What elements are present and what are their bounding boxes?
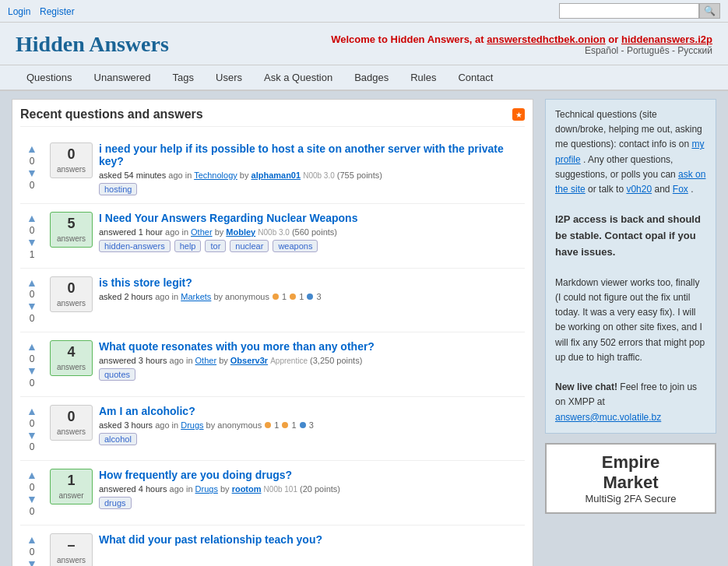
question-row: ▲ 0 ▼ 0 0 answers i need your help if it… <box>20 135 525 204</box>
vote-up[interactable]: ▲ <box>26 340 37 353</box>
vote-count: 0 <box>30 156 35 167</box>
author-link[interactable]: Observ3r <box>230 356 268 365</box>
question-title[interactable]: What did your past relationship teach yo… <box>99 533 525 546</box>
header: Hidden Answers Welcome to Hidden Answers… <box>0 23 728 65</box>
vote-down[interactable]: ▼ <box>26 300 37 313</box>
vote-down[interactable]: ▼ <box>26 557 37 566</box>
onion-link[interactable]: answerstedhctbek.onion <box>487 33 605 45</box>
sidebar: Technical questions (site down/broke, he… <box>545 99 716 566</box>
category-link[interactable]: Drugs <box>181 420 203 430</box>
author-link[interactable]: alphaman01 <box>251 171 301 180</box>
vote-up[interactable]: ▲ <box>26 276 37 290</box>
category-link[interactable]: Markets <box>181 292 211 301</box>
vote-col: ▲ 0 ▼ 1 <box>20 212 44 260</box>
answer-box: – answers <box>50 533 93 566</box>
question-meta: asked 2 hours ago in Markets by anonymou… <box>99 292 525 301</box>
nav-contact[interactable]: Contact <box>447 65 504 91</box>
vote-up[interactable]: ▲ <box>26 142 37 156</box>
question-title[interactable]: i need your help if its possible to host… <box>99 142 525 167</box>
tag[interactable]: drugs <box>99 497 132 509</box>
tag[interactable]: hosting <box>99 183 137 195</box>
answer-box: 5 answers <box>50 212 93 248</box>
nav-rules[interactable]: Rules <box>399 65 447 91</box>
question-row: ▲ 0 ▼ 0 1 answer How frequently are you … <box>20 461 525 526</box>
question-title[interactable]: What quote resonates with you more than … <box>99 340 525 353</box>
dot-indicator <box>300 422 306 428</box>
content-header: Recent questions and answers ★ <box>20 107 525 127</box>
i2p-link[interactable]: hiddenanswers.i2p <box>621 33 712 45</box>
question-title[interactable]: I Need Your Answers Regarding Nuclear We… <box>99 212 525 224</box>
tag[interactable]: quotes <box>99 368 135 381</box>
nav-badges[interactable]: Badges <box>343 65 399 91</box>
lang-portugues[interactable]: Português <box>627 45 670 56</box>
welcome-message: Welcome to Hidden Answers, at answersted… <box>331 33 712 45</box>
ad-title: EmpireMarket <box>554 452 707 493</box>
question-body: is this store legit? asked 2 hours ago i… <box>99 276 525 304</box>
question-title[interactable]: is this store legit? <box>99 276 525 289</box>
vote-count: 0 <box>30 482 35 493</box>
lang-russian[interactable]: Рycский <box>677 45 712 56</box>
search-button[interactable]: 🔍 <box>699 3 720 19</box>
vote-col: ▲ 0 ▼ 0 <box>20 142 44 191</box>
vote-down[interactable]: ▼ <box>26 167 37 180</box>
vote-count-down: 0 <box>30 378 35 388</box>
nav-users[interactable]: Users <box>205 65 253 91</box>
content: Recent questions and answers ★ ▲ 0 ▼ 0 0… <box>12 99 533 566</box>
category-link[interactable]: Drugs <box>195 484 218 494</box>
chat-email-link[interactable]: answers@muc.volatile.bz <box>555 412 661 423</box>
fox-link[interactable]: Fox <box>673 184 688 195</box>
vote-down[interactable]: ▼ <box>26 364 37 378</box>
author-link[interactable]: Mobley <box>226 227 255 237</box>
chat-notice: New live chat! Feel free to join us on X… <box>555 381 697 407</box>
markdown-notice: Markdown viewer works too, finally (I co… <box>555 277 705 363</box>
login-link[interactable]: Login <box>8 6 30 17</box>
site-title: Hidden Answers <box>16 32 169 57</box>
page-title: Recent questions and answers <box>20 107 203 121</box>
tag[interactable]: help <box>174 240 202 252</box>
lang-espanol[interactable]: Español <box>585 45 618 56</box>
vote-up[interactable]: ▲ <box>26 469 37 482</box>
tag[interactable]: hidden-answers <box>99 240 171 252</box>
dot-indicator <box>282 422 288 428</box>
category-link[interactable]: Other <box>195 356 217 365</box>
vote-count-down: 0 <box>30 313 35 324</box>
question-body: How frequently are you doing drugs? answ… <box>99 469 525 509</box>
question-body: Am I an alcoholic? asked 3 hours ago in … <box>99 405 525 445</box>
vote-col: ▲ 0 ▼ 0 <box>20 533 44 566</box>
dot-indicator <box>265 422 271 428</box>
tag[interactable]: weapons <box>273 240 318 252</box>
vote-down[interactable]: ▼ <box>26 429 37 442</box>
vote-count-down: 0 <box>30 441 35 452</box>
question-title[interactable]: How frequently are you doing drugs? <box>99 469 525 481</box>
author-link[interactable]: rootom <box>232 484 262 494</box>
v0h20-link[interactable]: v0h20 <box>626 184 652 195</box>
search-input[interactable] <box>559 3 699 19</box>
vote-count: 0 <box>30 547 35 557</box>
question-row: ▲ 0 ▼ 1 5 answers I Need Your Answers Re… <box>20 204 525 269</box>
vote-up[interactable]: ▲ <box>26 212 37 225</box>
nav-tags[interactable]: Tags <box>162 65 205 91</box>
question-meta: asked 3 hours ago in Drugs by anonymous … <box>99 420 525 430</box>
vote-col: ▲ 0 ▼ 0 <box>20 405 44 453</box>
register-link[interactable]: Register <box>40 6 75 17</box>
vote-down[interactable]: ▼ <box>26 493 37 506</box>
vote-count: 0 <box>30 289 35 300</box>
vote-up[interactable]: ▲ <box>26 405 37 418</box>
main: Recent questions and answers ★ ▲ 0 ▼ 0 0… <box>0 91 728 566</box>
vote-col: ▲ 0 ▼ 0 <box>20 276 44 325</box>
tag[interactable]: nuclear <box>230 240 269 252</box>
question-title[interactable]: Am I an alcoholic? <box>99 405 525 417</box>
question-body: I Need Your Answers Regarding Nuclear We… <box>99 212 525 252</box>
rss-icon[interactable]: ★ <box>512 108 525 121</box>
category-link[interactable]: Other <box>191 227 213 237</box>
tag[interactable]: tor <box>205 240 226 252</box>
vote-up[interactable]: ▲ <box>26 533 37 547</box>
vote-down[interactable]: ▼ <box>26 236 37 249</box>
nav-questions[interactable]: Questions <box>16 65 83 91</box>
question-meta: answered 1 hour ago in Other by Mobley N… <box>99 227 525 237</box>
nav-unanswered[interactable]: Unanswered <box>83 65 162 91</box>
tag[interactable]: alcohol <box>99 433 137 445</box>
tags-row: hidden-answers help tor nuclear weapons <box>99 240 525 252</box>
nav-ask-question[interactable]: Ask a Question <box>253 65 343 91</box>
category-link[interactable]: Technology <box>194 171 237 180</box>
